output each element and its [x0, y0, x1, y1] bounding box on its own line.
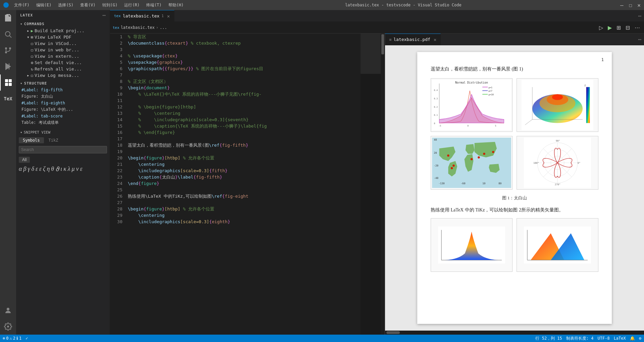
status-check[interactable]: ✓ [25, 336, 28, 341]
activity-search[interactable] [0, 26, 16, 42]
structure-label-fig-fifth[interactable]: #Label: fig-fifth [16, 87, 110, 93]
notifications-icon: 🔔 [630, 336, 635, 341]
symbol-zeta[interactable]: ζ [43, 165, 45, 173]
symbol-theta1[interactable]: θ [51, 165, 54, 173]
view-pdf-chevron [27, 35, 30, 40]
tab-symbols[interactable]: Symbols [19, 137, 44, 143]
structure-figure-latex[interactable]: Figure: \LaTeX 中的... [16, 106, 110, 113]
structure-label-fig-eighth[interactable]: #Label: fig-eighth [16, 100, 110, 106]
line-num-22: 22 [113, 167, 122, 174]
tab-number: 1 [161, 14, 164, 18]
status-language[interactable]: LaTeX [614, 336, 626, 341]
svg-text:180°: 180° [533, 162, 539, 164]
explorer-icon [4, 14, 12, 22]
symbol-epsilon3[interactable]: ε [80, 165, 83, 173]
activity-explorer[interactable] [0, 10, 16, 26]
snippet-search-container [19, 146, 107, 153]
pdf-tab-close[interactable]: ✕ [434, 37, 436, 42]
line-num-24: 24 [113, 180, 122, 187]
filter-all-button[interactable]: All [19, 157, 30, 163]
view-latex-pdf-label: View LaTeX PDF [35, 35, 71, 40]
set-default-view-item[interactable]: ⚙ Set default vie... [16, 59, 110, 66]
scroll-indicator[interactable] [381, 34, 385, 335]
status-left: ⊗ 0 ⚠ 2 ℹ 1 ✓ [3, 336, 28, 341]
symbol-epsilon1[interactable]: ε [36, 165, 38, 173]
menu-help[interactable]: 帮助(H) [166, 2, 186, 9]
symbol-eta[interactable]: η [47, 165, 50, 173]
minimize-button[interactable]: — [620, 2, 624, 8]
view-in-web-item[interactable]: ◻ View in web br... [16, 47, 110, 53]
status-errors[interactable]: ⊗ 0 ⚠ 2 ℹ 1 [3, 336, 21, 341]
view-log-item[interactable]: ◻ View Log messa... [16, 72, 110, 79]
maximize-button[interactable]: ☐ [629, 2, 632, 8]
tab-close-button[interactable]: ✕ [167, 13, 170, 19]
view-latex-pdf-item[interactable]: ⊞ View LaTeX PDF [16, 34, 110, 40]
status-encoding[interactable]: UTF-8 [598, 336, 610, 341]
symbol-theta2[interactable]: ϑ [55, 165, 59, 173]
run-button[interactable]: ▷ [598, 24, 604, 32]
menu-run[interactable]: 运行(R) [121, 2, 142, 9]
structure-table-score[interactable]: Table: 考试成绩单 [16, 119, 110, 126]
menu-select[interactable]: 选择(S) [55, 2, 76, 9]
tab-pdf[interactable]: ≡ latexbasic.pdf ✕ [385, 34, 441, 45]
code-editor[interactable]: 1 2 3 4 5 6 7 8 9 10 11 12 13 14 [110, 34, 385, 335]
activity-source-control[interactable] [0, 42, 16, 58]
symbol-iota[interactable]: ι [60, 165, 62, 173]
symbol-kappa[interactable]: κ [63, 165, 66, 173]
activity-run[interactable] [0, 58, 16, 75]
status-notifications[interactable]: 🔔 [630, 336, 635, 341]
symbol-gamma[interactable]: γ [28, 165, 30, 173]
symbol-nu[interactable]: ν [76, 165, 79, 173]
symbol-lambda[interactable]: λ [68, 165, 70, 173]
code-lines: % 导言区 \documentclass{ctexart} % ctexbook… [125, 34, 361, 335]
menu-terminal[interactable]: 终端(T) [144, 2, 164, 9]
symbol-delta[interactable]: δ [32, 165, 34, 173]
code-line-25 [128, 187, 358, 193]
tab-more-button[interactable]: ⋯ [635, 10, 644, 21]
structure-label-tab-score[interactable]: #Label: tab-score [16, 113, 110, 119]
build-latex-item[interactable]: ▶ Build LaTeX proj... [16, 28, 110, 34]
pdf-scrollbar-thumb[interactable] [386, 331, 400, 334]
sidebar-more-button[interactable]: ⋯ [102, 12, 106, 18]
pdf-figure-3d-surface: Z [517, 78, 598, 132]
close-button[interactable]: ✕ [637, 2, 641, 8]
activity-tex[interactable]: TeX [0, 91, 16, 107]
symbol-epsilon2[interactable]: ε [39, 165, 42, 173]
pdf-figures-bottom [431, 218, 598, 272]
split-editor-button[interactable]: ⊞ [615, 24, 622, 32]
menu-file[interactable]: 文件(F) [11, 2, 32, 9]
line-num-23: 23 [113, 174, 122, 180]
symbol-mu[interactable]: μ [72, 165, 75, 173]
search-input[interactable] [19, 146, 107, 153]
status-tab-size[interactable]: 制表符长度: 4 [566, 336, 594, 341]
activity-extensions[interactable] [0, 75, 16, 91]
commands-header[interactable]: COMMANDS [16, 20, 110, 28]
scroll-thumb[interactable] [381, 34, 384, 54]
snippet-header[interactable]: SNIPPET VIEW [16, 129, 110, 136]
tab-tikz[interactable]: TikZ [45, 137, 62, 143]
status-sync[interactable]: ⚙ [639, 336, 641, 341]
menu-edit[interactable]: 编辑(E) [34, 2, 54, 9]
view-in-extern-item[interactable]: ◻ View in extern... [16, 53, 110, 59]
run-triangle-icon: ▶ [31, 29, 33, 33]
line-num-20: 20 [113, 155, 122, 161]
svg-text:270°: 270° [555, 183, 560, 186]
symbol-alpha[interactable]: α [19, 165, 22, 173]
triangular-chart [517, 227, 598, 263]
pdf-tab-more[interactable]: ⋯ [635, 34, 644, 45]
more-actions-button[interactable]: ⋯ [633, 24, 641, 32]
refresh-views-item[interactable]: ↻ Refresh all vie... [16, 66, 110, 72]
menu-view[interactable]: 查看(V) [77, 2, 98, 9]
toggle-panel-button[interactable]: ⊟ [624, 24, 631, 32]
activity-account[interactable] [0, 302, 16, 319]
symbol-beta[interactable]: β [23, 165, 26, 173]
structure-figure-taibaishuan[interactable]: Figure: 太白山 [16, 93, 110, 100]
pdf-horizontal-scrollbar[interactable] [385, 331, 644, 335]
tab-latexbasic[interactable]: tex latexbasic.tex 1 ✕ [110, 10, 174, 21]
activity-settings[interactable] [0, 319, 16, 335]
view-in-vscode-item[interactable]: ◻ View in VSCod... [16, 40, 110, 47]
menu-goto[interactable]: 转到(G) [100, 2, 120, 9]
structure-header[interactable]: STRUCTURE [16, 80, 110, 87]
run-debug-button[interactable]: ▶ [606, 24, 613, 32]
status-position[interactable]: 行 52，列 15 [535, 336, 562, 341]
